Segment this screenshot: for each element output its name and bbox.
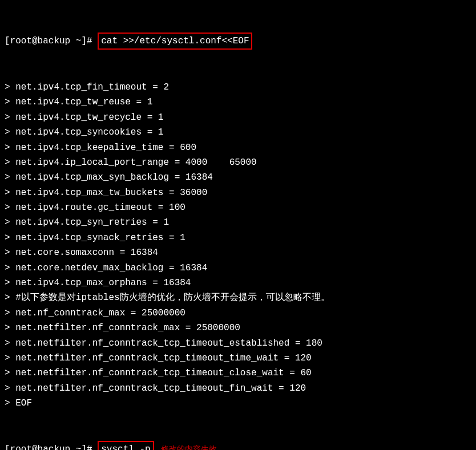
prompt-line-1: [root@backup ~]# cat >>/etc/sysctl.conf<… [5,33,471,50]
heredoc-line: > net.ipv4.tcp_fin_timeout = 2 [5,80,471,95]
prompt-prefix: [root@backup ~]# [5,444,98,450]
prompt-prefix: [root@backup ~]# [5,36,98,46]
heredoc-block: > net.ipv4.tcp_fin_timeout = 2> net.ipv4… [5,80,471,411]
heredoc-line: > EOF [5,396,471,411]
heredoc-line: > net.ipv4.tcp_syn_retries = 1 [5,215,471,230]
heredoc-line: > net.ipv4.ip_local_port_range = 4000 65… [5,155,471,170]
heredoc-line: > net.netfilter.nf_conntrack_tcp_timeout… [5,351,471,366]
annotation-text: 修改的内容生效 [161,444,217,450]
heredoc-line: > net.ipv4.route.gc_timeout = 100 [5,200,471,215]
heredoc-line: > #以下参数是对iptables防火墙的优化，防火墙不开会提示，可以忽略不理。 [5,290,471,305]
heredoc-line: > net.ipv4.tcp_max_tw_buckets = 36000 [5,185,471,200]
heredoc-line: > net.ipv4.tcp_tw_recycle = 1 [5,110,471,125]
heredoc-line: > net.ipv4.tcp_syncookies = 1 [5,125,471,140]
heredoc-line: > net.netfilter.nf_conntrack_tcp_timeout… [5,366,471,380]
heredoc-line: > net.core.netdev_max_backlog = 16384 [5,261,471,275]
terminal-window[interactable]: [root@backup ~]# cat >>/etc/sysctl.conf<… [0,0,476,450]
heredoc-line: > net.ipv4.tcp_synack_retries = 1 [5,230,471,245]
heredoc-line: > net.ipv4.tcp_keepalive_time = 600 [5,140,471,155]
heredoc-line: > net.ipv4.tcp_max_orphans = 16384 [5,275,471,290]
heredoc-line: > net.nf_conntrack_max = 25000000 [5,306,471,321]
prompt-line-2: [root@backup ~]# sysctl -p修改的内容生效 [5,441,471,450]
heredoc-line: > net.netfilter.nf_conntrack_max = 25000… [5,321,471,335]
highlighted-command-2: sysctl -p [98,441,154,450]
heredoc-line: > net.netfilter.nf_conntrack_tcp_timeout… [5,381,471,396]
highlighted-command-1: cat >>/etc/sysctl.conf<<EOF [98,33,252,50]
heredoc-line: > net.core.somaxconn = 16384 [5,245,471,260]
heredoc-line: > net.ipv4.tcp_max_syn_backlog = 16384 [5,170,471,185]
heredoc-line: > net.ipv4.tcp_tw_reuse = 1 [5,95,471,110]
heredoc-line: > net.netfilter.nf_conntrack_tcp_timeout… [5,336,471,351]
